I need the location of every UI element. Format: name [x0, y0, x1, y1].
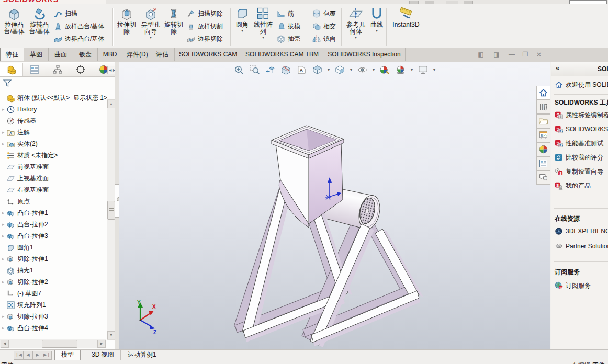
- dropdown-arrow-icon[interactable]: ▾: [262, 36, 264, 40]
- minimize-icon[interactable]: —: [507, 51, 516, 59]
- tab-solidworks-cam[interactable]: SOLIDWORKS CAM: [175, 48, 241, 61]
- mirror-button[interactable]: 镜向: [312, 32, 340, 45]
- tree-row-boss-extrude2[interactable]: ▸凸台-拉伸2: [0, 219, 48, 230]
- expand-arrow-icon[interactable]: ▸: [0, 279, 6, 285]
- extrude-cut-button[interactable]: 拉伸切除: [115, 6, 138, 46]
- copy-settings-link[interactable]: S复制设置向导: [555, 166, 603, 177]
- tree-row-solid-bodies[interactable]: ▸实体(2): [0, 138, 38, 150]
- 3dexperience-link[interactable]: 3DEXPERIENCE: [555, 226, 608, 236]
- fillet-button[interactable]: 圆角 ▾: [232, 6, 252, 46]
- home-tab[interactable]: [536, 86, 550, 100]
- display-style-icon[interactable]: [334, 64, 345, 75]
- previous-pane-icon[interactable]: ◧: [476, 51, 486, 59]
- dropdown-arrow-icon[interactable]: ▾: [411, 67, 413, 72]
- intersect-button[interactable]: 相交: [312, 20, 340, 32]
- dropdown-arrow-icon[interactable]: ▾: [150, 36, 152, 40]
- next-tab-icon[interactable]: ▶: [32, 351, 42, 360]
- wrap-button[interactable]: 包覆: [312, 7, 340, 20]
- previous-tab-icon[interactable]: ◀: [23, 351, 33, 360]
- boundary-boss-button[interactable]: 边界凸台/基体: [53, 32, 112, 45]
- dropdown-arrow-icon[interactable]: ▾: [241, 29, 243, 33]
- view-orientation-icon[interactable]: [312, 64, 323, 75]
- tab-sketch[interactable]: 草图: [24, 48, 49, 61]
- expand-arrow-icon[interactable]: ▸: [0, 314, 6, 319]
- view-palette-tab[interactable]: [536, 128, 550, 142]
- performance-benchmark-link[interactable]: SRx性能基准测试: [555, 138, 603, 149]
- subscription-link[interactable]: sw订阅服务: [555, 280, 591, 291]
- scroll-down-icon[interactable]: ▼: [107, 331, 115, 339]
- dropdown-arrow-icon[interactable]: ▾: [373, 67, 375, 72]
- custom-properties-tab[interactable]: [536, 156, 550, 170]
- tab-sheetmetal[interactable]: 钣金: [73, 48, 98, 61]
- annotation-view-icon[interactable]: A: [296, 64, 307, 75]
- tab-mbd[interactable]: MBD: [98, 48, 122, 61]
- appearances-tab[interactable]: [536, 142, 550, 156]
- last-tab-icon[interactable]: ▶❘: [42, 351, 52, 360]
- tree-row-boss-extrude3[interactable]: ▸凸台-拉伸3: [0, 230, 48, 242]
- tab-weldments[interactable]: 焊件(D): [122, 48, 150, 61]
- tree-row-cut-extrude1[interactable]: ▸切除-拉伸1: [0, 253, 48, 265]
- close-icon[interactable]: ✕: [534, 51, 544, 59]
- curves-button[interactable]: 曲线 ▾: [368, 6, 385, 46]
- view-settings-icon[interactable]: [418, 64, 429, 75]
- solidworks-rx-link[interactable]: SRxSOLIDWORKS Rx: [555, 124, 608, 134]
- edit-appearance-icon[interactable]: [379, 64, 390, 75]
- graphics-viewport[interactable]: A ▾ ▾ ▾ ▾ ▾: [119, 62, 550, 349]
- section-view-icon[interactable]: [280, 64, 291, 75]
- linear-pattern-button[interactable]: 线性阵列 ▾: [252, 6, 274, 46]
- forum-tab[interactable]: [536, 170, 550, 185]
- expand-arrow-icon[interactable]: ▸: [0, 107, 6, 112]
- tab-evaluate[interactable]: 评估: [150, 48, 175, 61]
- tree-row-origin[interactable]: 原点: [0, 196, 30, 207]
- scroll-right-icon[interactable]: ▶: [97, 340, 106, 348]
- tree-row-cut-extrude3[interactable]: ▸切除-拉伸3: [0, 311, 48, 322]
- apply-scene-icon[interactable]: [395, 64, 406, 75]
- swept-cut-button[interactable]: 扫描切除: [186, 7, 230, 20]
- tree-row-fill-pattern1[interactable]: 填充阵列1: [0, 299, 46, 311]
- tree-row-history[interactable]: ▸History: [0, 104, 37, 115]
- model-tab[interactable]: 模型: [54, 350, 81, 360]
- motion-study-tab[interactable]: 运动算例1: [121, 350, 163, 360]
- expand-arrow-icon[interactable]: ▸: [0, 222, 6, 227]
- lofted-cut-button[interactable]: 放样切割: [186, 20, 230, 32]
- design-library-tab[interactable]: [536, 100, 550, 114]
- previous-view-icon[interactable]: [265, 64, 276, 75]
- sweep-button[interactable]: 扫描: [53, 7, 112, 20]
- rib-button[interactable]: 筋: [276, 7, 310, 20]
- dropdown-arrow-icon[interactable]: ▾: [350, 67, 352, 72]
- tree-row-top-plane[interactable]: 上视基准面: [0, 173, 49, 184]
- tree-horizontal-scrollbar[interactable]: ◀ ▶: [0, 339, 106, 348]
- tree-row-annotations[interactable]: ▸A注解: [0, 127, 30, 138]
- file-explorer-tab[interactable]: [536, 114, 550, 128]
- restore-icon[interactable]: ❐: [521, 51, 530, 59]
- instant3d-button[interactable]: Instant3D: [389, 6, 423, 46]
- expand-arrow-icon[interactable]: ▸: [0, 325, 6, 331]
- property-tab-builder-link[interactable]: S属性标签编制程序: [555, 110, 608, 120]
- dropdown-arrow-icon[interactable]: ▾: [376, 29, 378, 33]
- extrude-boss-button[interactable]: 拉伸凸台/基体: [2, 6, 26, 46]
- shell-button[interactable]: 抽壳: [276, 32, 310, 45]
- expand-arrow-icon[interactable]: ▸: [0, 130, 6, 135]
- zoom-area-icon[interactable]: [249, 64, 260, 75]
- welcome-link[interactable]: 欢迎使用 SOLIDWORKS: [555, 79, 608, 90]
- model-3d-view[interactable]: Y X Z: [121, 120, 461, 349]
- dimxpert-manager-tab[interactable]: [69, 63, 92, 76]
- tab-solidworks-cam-tbm[interactable]: SOLIDWORKS CAM TBM: [241, 48, 323, 61]
- tree-row-sensors[interactable]: 传感器: [0, 115, 36, 127]
- dropdown-arrow-icon[interactable]: ▾: [433, 67, 435, 72]
- next-pane-icon[interactable]: ◨: [492, 51, 501, 59]
- zoom-fit-icon[interactable]: [233, 64, 244, 75]
- partner-solutions-link[interactable]: Partner Solutions: [555, 241, 608, 252]
- my-products-link[interactable]: S我的产品: [555, 180, 591, 191]
- tab-surfaces[interactable]: 曲面: [49, 48, 73, 61]
- scrollbar-thumb[interactable]: [42, 340, 77, 348]
- expand-arrow-icon[interactable]: ▸: [0, 256, 6, 261]
- expand-arrow-icon[interactable]: ▸: [0, 233, 6, 238]
- tree-row-boss-extrude4[interactable]: ▸凸台-拉伸4: [0, 322, 48, 334]
- boundary-cut-button[interactable]: 边界切除: [186, 32, 230, 45]
- scroll-up-icon[interactable]: ▲: [107, 100, 115, 108]
- feature-tree-tab[interactable]: [0, 63, 23, 76]
- hole-wizard-button[interactable]: 异型孔向导 ▾: [139, 6, 162, 46]
- tree-row-material[interactable]: 材质 <未指定>: [0, 150, 58, 161]
- configuration-manager-tab[interactable]: [46, 63, 69, 76]
